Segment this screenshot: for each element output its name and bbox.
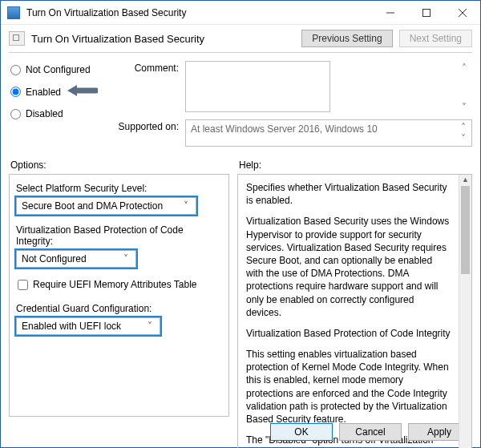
ok-button[interactable]: OK: [270, 423, 333, 441]
help-panel: Specifies whether Virtualization Based S…: [237, 174, 472, 448]
main-columns: Options: Select Platform Security Level:…: [1, 155, 480, 417]
state-radio-group: Not Configured Enabled Disabled: [9, 61, 105, 151]
arrow-annotation-icon: [66, 83, 98, 100]
chevron-down-icon[interactable]: ˅: [459, 133, 468, 144]
radio-disabled[interactable]: Disabled: [9, 108, 105, 119]
chevron-down-icon[interactable]: ˅: [459, 102, 469, 113]
app-icon: [7, 6, 20, 19]
upper-fields: Comment: ˄ ˅ Supported on: At least Wind…: [113, 61, 472, 151]
radio-disabled-input[interactable]: [10, 109, 21, 119]
next-setting-button: Next Setting: [399, 30, 472, 47]
radio-disabled-label: Disabled: [26, 108, 63, 119]
platform-security-dropdown[interactable]: Secure Boot and DMA Protection ˅: [16, 197, 196, 215]
minimize-button[interactable]: [372, 1, 408, 24]
radio-not-configured[interactable]: Not Configured: [9, 64, 105, 75]
supported-on-row: Supported on: At least Windows Server 20…: [113, 119, 472, 147]
supported-on-label: Supported on:: [113, 119, 185, 132]
policy-icon: [9, 31, 25, 46]
window-controls: [372, 1, 480, 24]
chevron-down-icon: ˅: [118, 251, 132, 267]
close-button[interactable]: [444, 1, 480, 24]
vbci-value: Not Configured: [22, 253, 87, 264]
help-column: Help: Specifies whether Virtualization B…: [237, 155, 472, 417]
radio-enabled-label: Enabled: [26, 87, 61, 98]
supported-on-value: At least Windows Server 2016, Windows 10: [191, 123, 378, 135]
policy-title: Turn On Virtualization Based Security: [31, 33, 295, 45]
help-scrollbar[interactable]: ▲ ▼: [459, 175, 471, 448]
help-p2: Virtualization Based Security uses the W…: [246, 215, 451, 319]
toolbar: Turn On Virtualization Based Security Pr…: [1, 25, 480, 50]
chevron-down-icon: ˅: [142, 318, 156, 334]
credential-guard-label: Credential Guard Configuration:: [16, 303, 222, 314]
scroll-up-icon[interactable]: ▲: [459, 176, 471, 184]
gpo-editor-window: Turn On Virtualization Based Security Tu…: [0, 0, 481, 448]
scroll-thumb[interactable]: [461, 186, 470, 274]
credential-guard-dropdown[interactable]: Enabled with UEFI lock ˅: [16, 317, 160, 335]
comment-row: Comment: ˄ ˅: [113, 61, 472, 115]
radio-enabled[interactable]: Enabled: [9, 83, 105, 100]
svg-rect-1: [422, 9, 430, 16]
chevron-up-icon[interactable]: ˄: [459, 122, 468, 133]
supported-on-value-box: At least Windows Server 2016, Windows 10…: [185, 119, 472, 147]
credential-guard-value: Enabled with UEFI lock: [22, 321, 121, 332]
vbci-dropdown[interactable]: Not Configured ˅: [16, 250, 136, 268]
titlebar: Turn On Virtualization Based Security: [1, 1, 480, 25]
help-heading: Help:: [237, 155, 472, 174]
chevron-up-icon[interactable]: ˄: [459, 63, 469, 74]
upper-section: Not Configured Enabled Disabled Comment:…: [1, 53, 480, 155]
maximize-button[interactable]: [408, 1, 444, 24]
platform-security-value: Secure Boot and DMA Protection: [22, 200, 163, 212]
vbci-label: Virtualization Based Protection of Code …: [16, 224, 222, 247]
help-p3: Virtualization Based Protection of Code …: [246, 327, 451, 340]
options-panel: Select Platform Security Level: Secure B…: [9, 174, 229, 417]
radio-enabled-input[interactable]: [10, 87, 21, 97]
previous-setting-button[interactable]: Previous Setting: [301, 30, 392, 47]
options-heading: Options:: [9, 155, 229, 174]
uefi-checkbox[interactable]: [18, 280, 28, 290]
window-title: Turn On Virtualization Based Security: [26, 7, 372, 18]
radio-not-configured-input[interactable]: [10, 65, 21, 75]
platform-security-label: Select Platform Security Level:: [16, 183, 222, 194]
uefi-checkbox-label: Require UEFI Memory Attributes Table: [33, 279, 197, 290]
uefi-checkbox-row[interactable]: Require UEFI Memory Attributes Table: [16, 279, 222, 290]
radio-not-configured-label: Not Configured: [26, 64, 91, 75]
help-p4: This setting enables virtualization base…: [246, 348, 451, 426]
options-column: Options: Select Platform Security Level:…: [9, 155, 229, 417]
dialog-footer: OK Cancel Apply: [1, 417, 480, 447]
help-text: Specifies whether Virtualization Based S…: [238, 175, 459, 448]
help-p1: Specifies whether Virtualization Based S…: [246, 181, 451, 207]
comment-label: Comment:: [113, 61, 185, 74]
chevron-down-icon: ˅: [178, 198, 192, 214]
cancel-button[interactable]: Cancel: [339, 423, 402, 441]
comment-textarea[interactable]: [185, 61, 330, 112]
